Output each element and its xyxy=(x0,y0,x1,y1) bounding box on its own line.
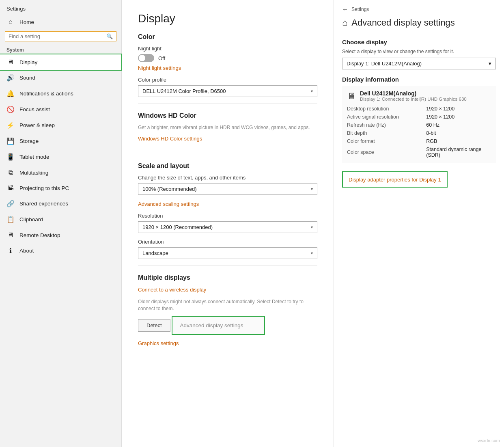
adapter-link[interactable]: Display adapter properties for Display 1 xyxy=(349,177,441,183)
info-table-row: Bit depth 8-bit xyxy=(347,129,491,137)
orientation-label: Orientation xyxy=(138,239,317,245)
info-table-row: Color space Standard dynamic range (SDR) xyxy=(347,145,491,159)
monitor-sub: Display 1: Connected to Intel(R) UHD Gra… xyxy=(360,97,467,101)
sidebar-item-display[interactable]: 🖥 Display xyxy=(0,54,121,70)
app-title: Settings xyxy=(0,0,121,14)
search-input[interactable] xyxy=(9,33,106,39)
info-value: 60 Hz xyxy=(426,121,491,129)
color-profile-label: Color profile xyxy=(138,77,317,83)
info-value: Standard dynamic range (SDR) xyxy=(426,145,491,159)
advanced-display-settings-label: Advanced display settings xyxy=(180,322,243,328)
multitasking-icon: ⧉ xyxy=(6,169,15,176)
info-table-row: Refresh rate (Hz) 60 Hz xyxy=(347,121,491,129)
info-label: Bit depth xyxy=(347,129,426,137)
sidebar-item-home[interactable]: ⌂ Home xyxy=(0,14,121,29)
divider-3 xyxy=(138,266,317,266)
scale-label: Change the size of text, apps, and other… xyxy=(138,175,317,181)
watermark: wsxdn.com xyxy=(478,438,500,443)
divider-1 xyxy=(138,104,317,104)
hd-color-settings-link[interactable]: Windows HD Color settings xyxy=(138,136,202,142)
sidebar-item-remote[interactable]: 🖥 Remote Desktop xyxy=(0,227,121,243)
color-profile-chevron: ▾ xyxy=(311,89,313,93)
detect-button[interactable]: Detect xyxy=(138,319,170,332)
sidebar-label-tablet: Tablet mode xyxy=(19,154,50,160)
night-light-state: Off xyxy=(158,55,165,61)
sidebar-item-focus[interactable]: 🚫 Focus assist xyxy=(0,101,121,117)
adapter-link-box: Display adapter properties for Display 1 xyxy=(342,171,448,188)
home-icon: ⌂ xyxy=(6,18,15,26)
info-label: Active signal resolution xyxy=(347,113,426,121)
scale-dropdown[interactable]: 100% (Recommended) ▾ xyxy=(138,183,317,195)
color-profile-dropdown[interactable]: DELL U2412M Color Profile, D6500 ▾ xyxy=(138,85,317,97)
projecting-icon: 📽 xyxy=(6,184,15,192)
display-info-header: 🖥 Dell U2412M(Analog) Display 1: Connect… xyxy=(347,90,491,101)
nav-list: 🖥 Display 🔊 Sound 🔔 Notifications & acti… xyxy=(0,54,121,259)
resolution-dropdown[interactable]: 1920 × 1200 (Recommended) ▾ xyxy=(138,221,317,233)
scale-layout-heading: Scale and layout xyxy=(138,162,317,170)
orientation-dropdown[interactable]: Landscape ▾ xyxy=(138,247,317,259)
main-content: Display Color Night light Off Night ligh… xyxy=(122,0,334,447)
page-title: Display xyxy=(138,12,317,25)
sidebar-item-clipboard[interactable]: 📋 Clipboard xyxy=(0,212,121,227)
sidebar-label-display: Display xyxy=(19,59,37,65)
night-light-toggle[interactable] xyxy=(138,54,154,62)
info-value: RGB xyxy=(426,137,491,145)
display-info-heading: Display information xyxy=(342,76,496,83)
sidebar-item-projecting[interactable]: 📽 Projecting to this PC xyxy=(0,180,121,196)
sidebar-item-multitasking[interactable]: ⧉ Multitasking xyxy=(0,165,121,180)
info-label: Color space xyxy=(347,145,426,159)
notifications-icon: 🔔 xyxy=(6,90,15,97)
hd-color-heading: Windows HD Color xyxy=(138,112,317,119)
power-icon: ⚡ xyxy=(6,121,15,129)
resolution-label: Resolution xyxy=(138,213,317,219)
system-label: System xyxy=(0,45,121,54)
multiple-displays-heading: Multiple displays xyxy=(138,274,317,281)
sidebar-label-notifications: Notifications & actions xyxy=(19,91,73,97)
display-icon: 🖥 xyxy=(6,58,15,66)
right-panel-body: Choose display Select a display to view … xyxy=(334,35,504,447)
about-icon: ℹ xyxy=(6,247,15,255)
sidebar-item-tablet[interactable]: 📱 Tablet mode xyxy=(0,149,121,165)
night-light-toggle-row: Off xyxy=(138,54,317,62)
sidebar-home-label: Home xyxy=(19,19,34,25)
right-panel: ← Settings ⌂ Advanced display settings C… xyxy=(334,0,504,447)
info-table-row: Color format RGB xyxy=(347,137,491,145)
orientation-value: Landscape xyxy=(142,250,168,256)
info-label: Desktop resolution xyxy=(347,105,426,113)
storage-icon: 💾 xyxy=(6,137,15,145)
info-label: Color format xyxy=(347,137,426,145)
hd-color-desc: Get a brighter, more vibrant picture in … xyxy=(138,124,317,131)
choose-display-desc: Select a display to view or change the s… xyxy=(342,49,496,54)
display-dropdown[interactable]: Display 1: Dell U2412M(Analog) ▾ xyxy=(342,58,496,69)
advanced-scaling-link[interactable]: Advanced scaling settings xyxy=(138,201,199,207)
sidebar-item-power[interactable]: ⚡ Power & sleep xyxy=(0,117,121,133)
sidebar-item-notifications[interactable]: 🔔 Notifications & actions xyxy=(0,86,121,101)
back-label: Settings xyxy=(351,6,369,12)
sidebar-item-shared[interactable]: 🔗 Shared experiences xyxy=(0,196,121,212)
scale-chevron: ▾ xyxy=(311,187,313,191)
wireless-display-link[interactable]: Connect to a wireless display xyxy=(138,287,206,293)
info-value: 1920 × 1200 xyxy=(426,105,491,113)
divider-2 xyxy=(138,154,317,154)
resolution-chevron: ▾ xyxy=(311,225,313,229)
advanced-display-settings-box[interactable]: Advanced display settings xyxy=(172,316,265,335)
info-table-row: Active signal resolution 1920 × 1200 xyxy=(347,113,491,121)
sidebar-label-focus: Focus assist xyxy=(19,106,50,112)
display-info-text: Dell U2412M(Analog) Display 1: Connected… xyxy=(360,90,467,101)
right-panel-title-row: ⌂ Advanced display settings xyxy=(334,14,504,35)
sidebar-label-about: About xyxy=(19,248,34,254)
choose-display-heading: Choose display xyxy=(342,39,496,45)
shared-icon: 🔗 xyxy=(6,200,15,207)
info-label: Refresh rate (Hz) xyxy=(347,121,426,129)
sidebar-item-sound[interactable]: 🔊 Sound xyxy=(0,70,121,86)
focus-icon: 🚫 xyxy=(6,106,15,113)
orientation-chevron: ▾ xyxy=(311,251,313,255)
back-arrow-icon[interactable]: ← xyxy=(342,6,348,13)
night-light-settings-link[interactable]: Night light settings xyxy=(138,65,181,71)
sidebar-label-multitasking: Multitasking xyxy=(19,170,48,176)
sidebar-label-remote: Remote Desktop xyxy=(19,232,60,238)
sidebar-item-storage[interactable]: 💾 Storage xyxy=(0,133,121,149)
graphics-settings-link[interactable]: Graphics settings xyxy=(138,340,179,346)
monitor-name: Dell U2412M(Analog) xyxy=(360,90,467,97)
sidebar-item-about[interactable]: ℹ About xyxy=(0,243,121,259)
